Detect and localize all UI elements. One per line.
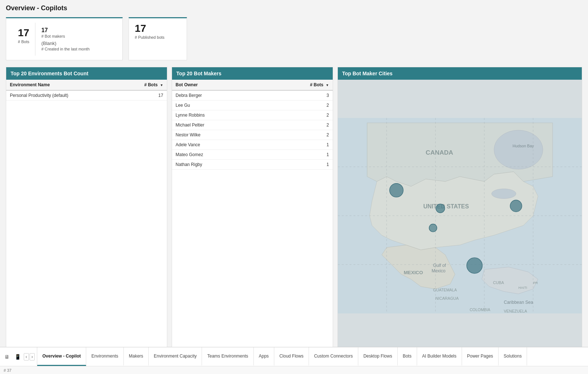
blank-text: (Blank) (41, 41, 89, 46)
svg-text:UNITED STATES: UNITED STATES (423, 203, 469, 209)
svg-point-27 (510, 200, 522, 212)
table-row: Nathan Rigby1 (172, 160, 333, 170)
svg-point-25 (436, 204, 444, 213)
env-table: Environment Name # Bots ▼ Personal Produ… (6, 80, 167, 101)
makers-table: Bot Owner # Bots ▼ Debra Berger3Lee Gu2L… (172, 80, 333, 170)
makers-col-owner[interactable]: Bot Owner (172, 80, 265, 90)
maker-name: Debra Berger (172, 90, 265, 101)
maker-name: Lynne Robbins (172, 110, 265, 120)
map-panel-header: Top Bot Maker Cities (338, 67, 582, 80)
monitor-icon-btn[interactable]: 🖥 (2, 352, 12, 361)
kpi-row: 17 # Bots 17 # Bot makers (Blank) # Crea… (6, 17, 582, 60)
tab-overview-copilot[interactable]: Overview - Copilot (37, 347, 86, 366)
maker-name: Nestor Wilke (172, 130, 265, 140)
maker-bots: 2 (265, 130, 332, 140)
maker-name: Nathan Rigby (172, 160, 265, 170)
tab-bar-controls: 🖥 📱 ‹ › (0, 347, 37, 366)
svg-text:Hudson Bay: Hudson Bay (512, 144, 534, 148)
map-container: Gulf of Mexico CANADA UNITED STATES MEXI… (338, 80, 582, 347)
tab-bar: 🖥 📱 ‹ › Overview - CopilotEnvironmentsMa… (0, 347, 588, 366)
sort-icon-env: ▼ (160, 83, 163, 87)
svg-point-28 (467, 258, 482, 273)
prev-tab-btn[interactable]: ‹ (24, 353, 29, 360)
env-panel-header: Top 20 Environments Bot Count (6, 67, 167, 80)
env-bots: 17 (121, 90, 167, 101)
maker-bots: 2 (265, 120, 332, 130)
tab-teams-environments[interactable]: Teams Environments (202, 347, 253, 366)
kpi-card-published: 17 # Published bots (129, 17, 187, 60)
maker-bots: 2 (265, 110, 332, 120)
svg-text:MEXICO: MEXICO (404, 270, 423, 275)
svg-text:Mexico: Mexico (431, 268, 445, 273)
tab-makers[interactable]: Makers (124, 347, 149, 366)
env-panel: Top 20 Environments Bot Count Environmen… (6, 67, 167, 347)
table-row: Debra Berger3 (172, 90, 333, 101)
tab-apps[interactable]: Apps (254, 347, 274, 366)
table-row: Personal Productivity (default)17 (6, 90, 167, 101)
env-col-bots[interactable]: # Bots ▼ (121, 80, 167, 90)
svg-text:NICARAGUA: NICARAGUA (435, 296, 459, 301)
tablet-icon-btn[interactable]: 📱 (12, 352, 23, 361)
table-row: Lee Gu2 (172, 101, 333, 110)
published-label: # Published bots (135, 35, 181, 39)
table-row: Adele Vance1 (172, 140, 333, 150)
bots-label: # Bots (18, 39, 29, 44)
maker-bots: 1 (265, 150, 332, 160)
maker-bots: 1 (265, 160, 332, 170)
bots-number: 17 (18, 27, 29, 39)
table-row: Lynne Robbins2 (172, 110, 333, 120)
page-title: Overview - Copilots (6, 4, 582, 12)
makers-col-bots[interactable]: # Bots ▼ (265, 80, 332, 90)
svg-point-24 (389, 184, 403, 197)
maker-bots: 1 (265, 140, 332, 150)
svg-text:VENEZUELA: VENEZUELA (504, 309, 527, 313)
panels-row: Top 20 Environments Bot Count Environmen… (6, 67, 582, 347)
map-svg: Gulf of Mexico CANADA UNITED STATES MEXI… (338, 80, 582, 347)
tab-bots[interactable]: Bots (398, 347, 417, 366)
svg-text:GUATEMALA: GUATEMALA (433, 288, 457, 292)
makers-panel: Top 20 Bot Makers Bot Owner # Bots ▼ (172, 67, 333, 347)
table-row: Michael Peltier2 (172, 120, 333, 130)
kpi-section-bots: 17 # Bots (12, 23, 35, 56)
tabs-container: Overview - CopilotEnvironmentsMakersEnvi… (37, 347, 588, 366)
maker-name: Michael Peltier (172, 120, 265, 130)
tab-desktop-flows[interactable]: Desktop Flows (358, 347, 398, 366)
table-row: Nestor Wilke2 (172, 130, 333, 140)
maker-name: Adele Vance (172, 140, 265, 150)
maker-bots: 2 (265, 101, 332, 110)
kpi-card-bots: 17 # Bots 17 # Bot makers (Blank) # Crea… (6, 17, 123, 60)
svg-point-8 (492, 189, 516, 199)
botmakers-number: 17 (41, 27, 89, 34)
svg-text:PR: PR (533, 281, 538, 285)
tab-custom-connectors[interactable]: Custom Connectors (309, 347, 358, 366)
tab-power-pages[interactable]: Power Pages (462, 347, 499, 366)
page-info: # 37 (4, 368, 11, 373)
tab-environments[interactable]: Environments (86, 347, 123, 366)
maker-name: Lee Gu (172, 101, 265, 110)
makers-panel-header: Top 20 Bot Makers (172, 67, 333, 80)
botmakers-label: # Bot makers (41, 34, 89, 38)
tab-solutions[interactable]: Solutions (499, 347, 527, 366)
svg-point-6 (494, 130, 543, 169)
env-col-name[interactable]: Environment Name (6, 80, 121, 90)
map-panel: Top Bot Maker Cities Gulf of Me (337, 67, 582, 347)
svg-text:Gulf of: Gulf of (433, 263, 446, 268)
tab-ai-builder-models[interactable]: AI Builder Models (417, 347, 462, 366)
table-row: Mateo Gomez1 (172, 150, 333, 160)
tab-bar-bottom: # 37 (0, 366, 588, 374)
svg-text:CANADA: CANADA (425, 149, 453, 156)
kpi-section-botmakers: 17 # Bot makers (Blank) # Created in the… (35, 23, 95, 56)
tab-cloud-flows[interactable]: Cloud Flows (274, 347, 309, 366)
maker-name: Mateo Gomez (172, 150, 265, 160)
next-tab-btn[interactable]: › (30, 353, 35, 360)
sort-icon-makers: ▼ (326, 83, 329, 87)
env-name: Personal Productivity (default) (6, 90, 121, 101)
svg-text:CUBA: CUBA (493, 280, 504, 285)
blank-sub: # Created in the last month (41, 47, 89, 51)
svg-text:COLOMBIA: COLOMBIA (470, 307, 490, 312)
tab-environment-capacity[interactable]: Environment Capacity (149, 347, 202, 366)
svg-text:Caribbean Sea: Caribbean Sea (504, 300, 533, 305)
svg-point-26 (429, 224, 437, 232)
published-number: 17 (135, 23, 181, 34)
maker-bots: 3 (265, 90, 332, 101)
